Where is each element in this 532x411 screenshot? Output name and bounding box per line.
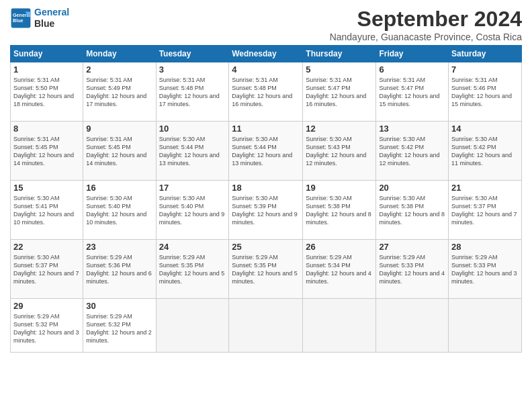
table-row <box>376 299 449 353</box>
table-row: 30Sunrise: 5:29 AMSunset: 5:32 PMDayligh… <box>83 299 156 353</box>
table-row: 27Sunrise: 5:29 AMSunset: 5:33 PMDayligh… <box>376 240 449 299</box>
logo: General Blue General Blue <box>10 7 69 30</box>
calendar-table: Sunday Monday Tuesday Wednesday Thursday… <box>10 45 522 353</box>
table-row: 12Sunrise: 5:30 AMSunset: 5:43 PMDayligh… <box>303 122 376 181</box>
title-section: September 2024 Nandayure, Guanacaste Pro… <box>330 7 522 42</box>
table-row: 21Sunrise: 5:30 AMSunset: 5:37 PMDayligh… <box>449 181 522 240</box>
table-row: 5Sunrise: 5:31 AMSunset: 5:47 PMDaylight… <box>303 62 376 122</box>
table-row: 17Sunrise: 5:30 AMSunset: 5:40 PMDayligh… <box>156 181 229 240</box>
table-row: 28Sunrise: 5:29 AMSunset: 5:33 PMDayligh… <box>449 240 522 299</box>
table-row: 2Sunrise: 5:31 AMSunset: 5:49 PMDaylight… <box>83 62 156 122</box>
table-row: 24Sunrise: 5:29 AMSunset: 5:35 PMDayligh… <box>156 240 229 299</box>
table-row: 9Sunrise: 5:31 AMSunset: 5:45 PMDaylight… <box>83 122 156 181</box>
table-row: 26Sunrise: 5:29 AMSunset: 5:34 PMDayligh… <box>303 240 376 299</box>
month-title: September 2024 <box>330 7 522 32</box>
table-row: 1Sunrise: 5:31 AMSunset: 5:50 PMDaylight… <box>11 62 83 122</box>
table-row: 18Sunrise: 5:30 AMSunset: 5:39 PMDayligh… <box>229 181 303 240</box>
table-row: 22Sunrise: 5:30 AMSunset: 5:37 PMDayligh… <box>11 240 83 299</box>
table-row: 14Sunrise: 5:30 AMSunset: 5:42 PMDayligh… <box>449 122 522 181</box>
table-row: 23Sunrise: 5:29 AMSunset: 5:36 PMDayligh… <box>83 240 156 299</box>
table-row: 13Sunrise: 5:30 AMSunset: 5:42 PMDayligh… <box>376 122 449 181</box>
table-row <box>303 299 376 353</box>
col-wednesday: Wednesday <box>229 46 303 62</box>
table-row: 15Sunrise: 5:30 AMSunset: 5:41 PMDayligh… <box>11 181 83 240</box>
logo-icon: General Blue <box>10 7 32 29</box>
table-row: 29Sunrise: 5:29 AMSunset: 5:32 PMDayligh… <box>11 299 83 353</box>
table-row: 11Sunrise: 5:30 AMSunset: 5:44 PMDayligh… <box>229 122 303 181</box>
table-row: 7Sunrise: 5:31 AMSunset: 5:46 PMDaylight… <box>449 62 522 122</box>
table-row: 25Sunrise: 5:29 AMSunset: 5:35 PMDayligh… <box>229 240 303 299</box>
table-row: 19Sunrise: 5:30 AMSunset: 5:38 PMDayligh… <box>303 181 376 240</box>
table-row <box>449 299 522 353</box>
table-row: 3Sunrise: 5:31 AMSunset: 5:48 PMDaylight… <box>156 62 229 122</box>
table-row <box>156 299 229 353</box>
col-tuesday: Tuesday <box>156 46 229 62</box>
svg-text:Blue: Blue <box>13 17 24 24</box>
col-monday: Monday <box>83 46 156 62</box>
page-header: General Blue General Blue September 2024… <box>10 7 522 42</box>
col-friday: Friday <box>376 46 449 62</box>
logo-text: General Blue <box>34 7 69 30</box>
table-row: 6Sunrise: 5:31 AMSunset: 5:47 PMDaylight… <box>376 62 449 122</box>
col-thursday: Thursday <box>303 46 376 62</box>
header-row: Sunday Monday Tuesday Wednesday Thursday… <box>11 46 522 62</box>
table-row: 20Sunrise: 5:30 AMSunset: 5:38 PMDayligh… <box>376 181 449 240</box>
table-row: 16Sunrise: 5:30 AMSunset: 5:40 PMDayligh… <box>83 181 156 240</box>
table-row: 8Sunrise: 5:31 AMSunset: 5:45 PMDaylight… <box>11 122 83 181</box>
table-row <box>229 299 303 353</box>
table-row: 10Sunrise: 5:30 AMSunset: 5:44 PMDayligh… <box>156 122 229 181</box>
table-row: 4Sunrise: 5:31 AMSunset: 5:48 PMDaylight… <box>229 62 303 122</box>
col-sunday: Sunday <box>11 46 83 62</box>
col-saturday: Saturday <box>449 46 522 62</box>
location-subtitle: Nandayure, Guanacaste Province, Costa Ri… <box>330 32 522 42</box>
